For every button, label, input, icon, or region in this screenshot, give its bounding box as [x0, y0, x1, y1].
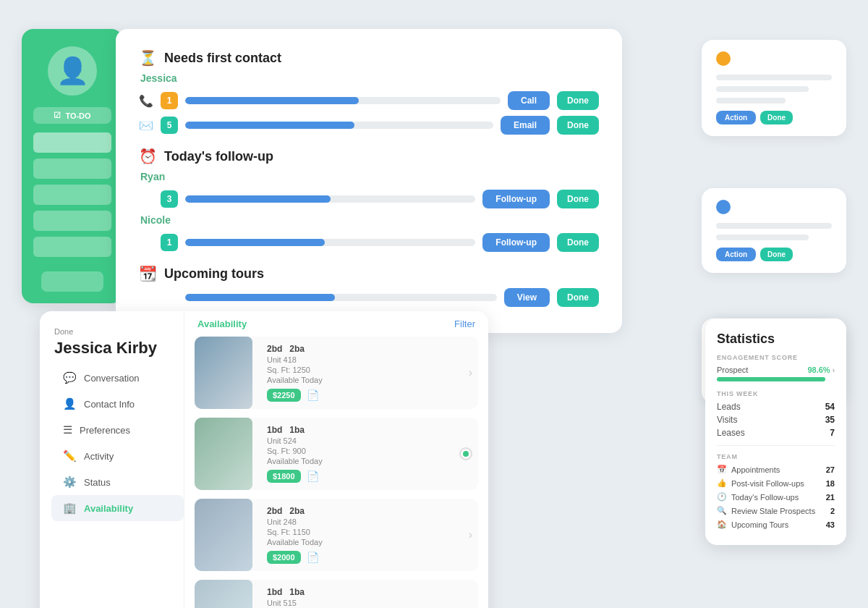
- listing-unit-1: Unit 418: [267, 355, 454, 364]
- team-row-appointments: 📅 Appointments 27: [717, 465, 835, 474]
- nav-conversation[interactable]: 💬 Conversation: [51, 365, 184, 391]
- right-green-btn-1[interactable]: Done: [760, 111, 793, 124]
- right-card-mid: Action Done: [702, 188, 846, 273]
- crm-done-badge: Done: [54, 327, 169, 336]
- phone-badge: 1: [161, 92, 178, 109]
- right-btn-row-2: Action Done: [716, 248, 832, 261]
- leads-val: 54: [825, 402, 835, 412]
- stats-divider: [717, 445, 835, 446]
- section1-contact-name: Jessica: [140, 72, 599, 84]
- nav-preferences[interactable]: ☰ Preferences: [51, 417, 184, 443]
- crm-content: Done Jessica Kirby 💬 Conversation 👤 Cont…: [40, 311, 488, 608]
- team-label-followups: 👍 Post-visit Follow-ups: [717, 478, 804, 488]
- radio-inner-2: [463, 451, 469, 457]
- listing-beds-1: 2bd 2ba: [267, 344, 454, 354]
- checkbox-icon: ☑: [54, 111, 61, 120]
- listing-avail-3: Available Today: [267, 538, 454, 546]
- availability-label: Availability: [197, 318, 247, 329]
- ryan-progress-bar-container: [185, 195, 475, 203]
- leases-val: 7: [830, 428, 835, 438]
- nav-conversation-label: Conversation: [84, 373, 140, 384]
- email-badge: 5: [161, 117, 178, 134]
- user-icon: 👤: [56, 56, 89, 86]
- task-panel: ⏳ Needs first contact Jessica 📞 1 Call D…: [116, 29, 622, 333]
- leads-row: Leads 54: [717, 402, 835, 412]
- listing-card-4[interactable]: 1bd 1ba Unit 515 Sq. Ft: 1060: [195, 580, 478, 608]
- listing-beds-2: 1bd 1ba: [267, 425, 445, 435]
- listing-arrow-3: ›: [469, 528, 478, 541]
- leads-label: Leads: [717, 402, 741, 412]
- email-progress-bar: [185, 122, 354, 129]
- status-icon: ⚙️: [63, 476, 77, 489]
- profile-card: 👤 ☑ TO-DO: [22, 29, 123, 303]
- nav-status[interactable]: ⚙️ Status: [51, 469, 184, 495]
- ryan-done-button[interactable]: Done: [557, 190, 599, 208]
- leases-label: Leases: [717, 428, 745, 438]
- right-blue-btn-1[interactable]: Action: [716, 111, 756, 124]
- placeholder-line-5: [716, 235, 809, 240]
- appointments-val: 27: [826, 465, 835, 474]
- email-task-row: ✉️ 5 Email Done: [139, 116, 599, 135]
- visits-row: Visits 35: [717, 415, 835, 425]
- nav-status-label: Status: [84, 477, 111, 488]
- right-blue-btn-2[interactable]: Action: [716, 248, 756, 261]
- preferences-icon: ☰: [63, 423, 72, 436]
- listing-card-1[interactable]: 2bd 2ba Unit 418 Sq. Ft: 1250 Available …: [195, 337, 478, 409]
- prospect-label: Prospect: [717, 366, 748, 374]
- nav-availability[interactable]: 🏢 Availability: [51, 495, 184, 521]
- tours-progress-bar: [185, 294, 335, 301]
- nav-availability-label: Availability: [84, 503, 133, 514]
- section1-title: ⏳ Needs first contact: [139, 49, 599, 67]
- menu-bar-3: [33, 185, 111, 205]
- filter-label[interactable]: Filter: [454, 318, 475, 329]
- menu-bar-5: [33, 237, 111, 257]
- listing-card-2[interactable]: 1bd 1ba Unit 524 Sq. Ft: 900 Available T…: [195, 418, 478, 490]
- crm-header: Done Jessica Kirby: [40, 317, 184, 358]
- nicole-done-button[interactable]: Done: [557, 233, 599, 252]
- this-week-label: THIS WEEK: [717, 390, 835, 397]
- listing-img-overlay-4: [195, 580, 252, 608]
- listing-img-overlay-1: [195, 337, 252, 409]
- ryan-action-button[interactable]: Follow-up: [482, 190, 550, 208]
- right-green-btn-2[interactable]: Done: [760, 248, 793, 261]
- listing-image-1: [195, 337, 252, 409]
- upcoming-tours-label: Upcoming Tours: [731, 520, 788, 529]
- nicole-progress-bar: [185, 239, 325, 246]
- placeholder-line-4: [716, 223, 832, 229]
- chevron-right-icon: ›: [833, 366, 835, 374]
- team-row-today-followups: 🕐 Today's Follow-ups 21: [717, 492, 835, 502]
- tours-action-button[interactable]: View: [504, 288, 550, 307]
- email-done-button[interactable]: Done: [557, 116, 599, 135]
- today-followups-val: 21: [826, 493, 835, 502]
- team-label-appointments: 📅 Appointments: [717, 465, 780, 474]
- email-action-button[interactable]: Email: [501, 116, 550, 135]
- section2-contact-name2: Nicole: [140, 214, 599, 226]
- bottom-button[interactable]: [41, 271, 103, 292]
- crm-sidebar: Done Jessica Kirby 💬 Conversation 👤 Cont…: [40, 311, 184, 608]
- listing-img-overlay-3: [195, 499, 252, 571]
- nav-activity[interactable]: ✏️ Activity: [51, 443, 184, 469]
- listing-radio-2[interactable]: [459, 447, 472, 460]
- clock-icon: 🕐: [717, 492, 727, 502]
- listing-info-1: 2bd 2ba Unit 418 Sq. Ft: 1250 Available …: [261, 337, 460, 409]
- tours-done-button[interactable]: Done: [557, 288, 599, 307]
- visits-label: Visits: [717, 415, 737, 425]
- section2-title: ⏰ Today's follow-up: [139, 148, 599, 165]
- crm-client-name: Jessica Kirby: [54, 339, 169, 358]
- team-label-stale: 🔍 Review Stale Prospects: [717, 506, 815, 515]
- phone-done-button[interactable]: Done: [557, 91, 599, 110]
- listing-card-3[interactable]: 2bd 2ba Unit 248 Sq. Ft: 1150 Available …: [195, 499, 478, 571]
- nicole-action-button[interactable]: Follow-up: [482, 233, 550, 252]
- nav-contact-info[interactable]: 👤 Contact Info: [51, 391, 184, 417]
- phone-action-button[interactable]: Call: [508, 91, 550, 110]
- placeholder-line-2: [716, 86, 809, 92]
- ryan-task-row: 3 Follow-up Done: [139, 190, 599, 208]
- crm-panel: Done Jessica Kirby 💬 Conversation 👤 Cont…: [40, 311, 488, 608]
- engagement-section-label: ENGAGEMENT SCORE: [717, 354, 835, 361]
- visits-val: 35: [825, 415, 835, 425]
- phone-task-row: 📞 1 Call Done: [139, 91, 599, 110]
- listing-unit-4: Unit 515: [267, 599, 472, 607]
- menu-bar-4: [33, 211, 111, 231]
- placeholder-line-1: [716, 75, 832, 80]
- nav-preferences-label: Preferences: [80, 425, 130, 436]
